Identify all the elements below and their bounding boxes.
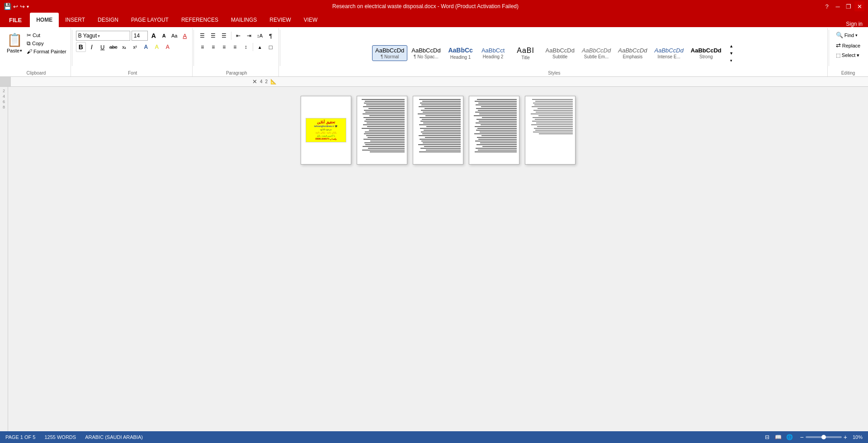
underline-button[interactable]: U xyxy=(98,42,108,52)
borders-button[interactable]: □ xyxy=(266,42,276,52)
cover-desc1: مرجع دانلـود xyxy=(307,128,344,131)
bullets-button[interactable]: ☰ xyxy=(198,31,208,41)
view-read-mode[interactable]: 📖 xyxy=(774,433,783,439)
cover-site: tehranghonlines.ir 🎓 xyxy=(307,125,344,127)
style-title[interactable]: AaBI Title xyxy=(510,44,542,62)
line-spacing-button[interactable]: ↕ xyxy=(241,42,251,52)
subscript-button[interactable]: x₂ xyxy=(119,42,129,52)
cover-title-text: تحقیق آنلاین xyxy=(307,120,344,124)
style-strong[interactable]: AaBbCcDd Strong xyxy=(688,45,725,61)
decrease-indent-button[interactable]: ⇤ xyxy=(233,31,243,41)
style-normal-preview: AaBbCcDd xyxy=(375,47,404,54)
copy-label: Copy xyxy=(32,41,44,46)
multilevel-button[interactable]: ☰ xyxy=(219,31,229,41)
font-group: B Yagut ▾ 14 A A Aa A B I U abc x₂ xyxy=(73,28,193,76)
page-3-thumbnail[interactable] xyxy=(413,96,463,165)
font-shrink-button[interactable]: A xyxy=(160,31,169,40)
document-area[interactable]: تحقیق آنلاین tehranghonlines.ir 🎓 مرجع د… xyxy=(8,87,868,439)
font-name-input[interactable]: B Yagut ▾ xyxy=(76,31,130,41)
window-title: Research on electrical waste disposal.do… xyxy=(29,3,822,9)
tab-file[interactable]: FILE xyxy=(1,13,30,27)
increase-indent-button[interactable]: ⇥ xyxy=(244,31,254,41)
styles-scroll-up[interactable]: ▲ xyxy=(726,42,736,50)
paste-button[interactable]: 📋 Paste ▾ xyxy=(5,31,24,54)
redo-icon[interactable]: ↪ xyxy=(20,3,25,10)
page-5-thumbnail[interactable] xyxy=(525,96,576,165)
style-subtitle-preview: AaBbCcDd xyxy=(546,47,575,54)
shading-button[interactable]: ▲ xyxy=(255,42,265,52)
font-color-button[interactable]: A xyxy=(163,42,173,52)
style-subtle-emphasis[interactable]: AaBbCcDd Subtle Em... xyxy=(579,45,614,61)
paste-arrow[interactable]: ▾ xyxy=(20,48,22,53)
cut-button[interactable]: ✂ Cut xyxy=(25,32,68,39)
style-heading1[interactable]: AaBbCc Heading 1 xyxy=(445,45,476,61)
close-button[interactable]: ✕ xyxy=(854,1,864,11)
show-marks-button[interactable]: ¶ xyxy=(266,31,276,41)
font-grow-button[interactable]: A xyxy=(149,31,158,40)
page-4-thumbnail[interactable] xyxy=(469,96,519,165)
view-web-layout[interactable]: 🌐 xyxy=(785,433,795,439)
signin-button[interactable]: Sign in xyxy=(840,21,868,27)
style-normal[interactable]: AaBbCcDd ¶ Normal xyxy=(372,45,407,61)
highlight-button[interactable]: A xyxy=(152,42,162,52)
strikethrough-button[interactable]: abc xyxy=(108,42,118,52)
tab-home[interactable]: HOME xyxy=(30,13,59,27)
align-left-button[interactable]: ≡ xyxy=(198,42,208,52)
tab-insert[interactable]: INSERT xyxy=(59,13,91,27)
style-heading2[interactable]: AaBbCct Heading 2 xyxy=(477,45,509,61)
styles-scroll-down[interactable]: ▼ xyxy=(726,50,736,57)
font-case-button[interactable]: Aa xyxy=(170,31,179,40)
zoom-in-button[interactable]: + xyxy=(844,434,847,439)
page-2-thumbnail[interactable] xyxy=(357,96,407,165)
style-subtitle[interactable]: AaBbCcDd Subtitle xyxy=(542,45,578,61)
zoom-thumb[interactable] xyxy=(821,435,826,439)
view-print-layout[interactable]: ⊟ xyxy=(762,433,772,439)
page-num-6: 6 xyxy=(3,99,5,104)
italic-button[interactable]: I xyxy=(87,42,97,52)
ruler-marker-close[interactable]: ✕ xyxy=(252,78,257,85)
minimize-button[interactable]: ─ xyxy=(833,1,843,11)
page-2-content xyxy=(357,96,407,164)
style-subtle-emphasis-preview: AaBbCcDd xyxy=(582,47,611,54)
save-icon[interactable]: 💾 xyxy=(4,3,11,10)
numbering-button[interactable]: ☰ xyxy=(208,31,218,41)
tab-pagelayout[interactable]: PAGE LAYOUT xyxy=(125,13,175,27)
clipboard-group: 📋 Paste ▾ ✂ Cut ⧉ Copy xyxy=(2,28,71,76)
help-button[interactable]: ? xyxy=(822,1,832,11)
text-effects-button[interactable]: A xyxy=(141,42,151,52)
copy-button[interactable]: ⧉ Copy xyxy=(25,40,68,47)
replace-button[interactable]: ⇄ Replace xyxy=(834,41,862,50)
style-emphasis[interactable]: AaBbCcDd Emphasis xyxy=(615,45,650,61)
format-painter-button[interactable]: 🖌 Format Painter xyxy=(25,48,68,55)
undo-icon[interactable]: ↩ xyxy=(13,3,18,10)
bold-button[interactable]: B xyxy=(76,42,86,52)
sort-button[interactable]: ↕A xyxy=(255,31,265,41)
justify-button[interactable]: ≡ xyxy=(230,42,240,52)
zoom-out-button[interactable]: − xyxy=(800,434,804,439)
style-subtle-emphasis-label: Subtle Em... xyxy=(584,54,609,59)
page-num-2: 2 xyxy=(3,89,5,93)
superscript-button[interactable]: x² xyxy=(130,42,140,52)
tab-view[interactable]: VIEW xyxy=(297,13,324,27)
tab-design[interactable]: DESIGN xyxy=(91,13,125,27)
select-button[interactable]: ⬚ Select ▾ xyxy=(834,52,862,59)
style-no-spacing[interactable]: AaBbCcDd ¶ No Spac... xyxy=(408,45,443,61)
font-clear-button[interactable]: A xyxy=(180,31,189,40)
ruler-icon[interactable]: 📐 xyxy=(270,79,277,85)
tab-mailings[interactable]: MAILINGS xyxy=(225,13,263,27)
align-center-button[interactable]: ≡ xyxy=(208,42,218,52)
find-arrow[interactable]: ▾ xyxy=(855,33,858,38)
style-intense-emphasis[interactable]: AaBbCcDd Intense E... xyxy=(651,45,687,61)
align-right-button[interactable]: ≡ xyxy=(219,42,229,52)
copy-icon: ⧉ xyxy=(27,40,31,47)
replace-icon: ⇄ xyxy=(836,42,841,49)
tab-references[interactable]: REFERENCES xyxy=(175,13,225,27)
restore-button[interactable]: ❐ xyxy=(844,1,854,11)
zoom-track[interactable] xyxy=(806,436,842,438)
font-size-input[interactable]: 14 xyxy=(132,31,148,41)
tab-review[interactable]: REVIEW xyxy=(263,13,297,27)
styles-more-button[interactable]: ▾ xyxy=(726,57,736,64)
page-1-thumbnail[interactable]: تحقیق آنلاین tehranghonlines.ir 🎓 مرجع د… xyxy=(301,96,351,165)
tab-bar: FILE HOME INSERT DESIGN PAGE LAYOUT REFE… xyxy=(0,13,868,27)
find-button[interactable]: 🔍 Find ▾ xyxy=(834,31,859,39)
